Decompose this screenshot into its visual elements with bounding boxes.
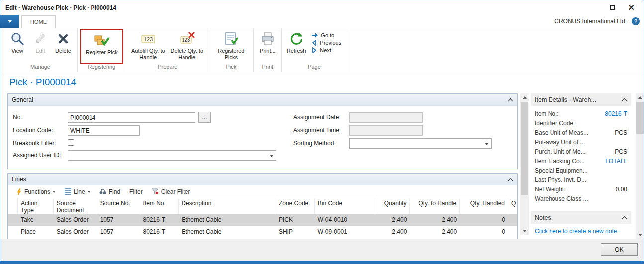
assist-edit-button[interactable]: ... (198, 112, 211, 123)
ribbon: View Edit Delete Manage (0, 28, 644, 72)
column-header-action-type[interactable]: Action Type (18, 198, 54, 214)
refresh-button[interactable]: Refresh (284, 29, 309, 64)
application-menu-button[interactable] (0, 15, 19, 28)
go-to-button[interactable]: Go to (309, 32, 343, 38)
column-header-description[interactable]: Description (179, 198, 276, 214)
create-note-link[interactable]: Click here to create a new note. (531, 224, 631, 235)
item-details-header[interactable]: Item Details - Wareh... (531, 93, 631, 106)
row-selector-cell[interactable] (8, 214, 18, 226)
find-button[interactable]: Find (95, 188, 125, 195)
cell-qty-to-handle[interactable]: 2,400 (410, 214, 460, 226)
cell-quantity[interactable]: 2,400 (375, 226, 410, 238)
pencil-icon (32, 31, 48, 47)
cell-description[interactable]: Ethernet Cable (179, 214, 276, 226)
column-header-quantity[interactable]: Quantity (375, 198, 410, 214)
go-to-arrow-icon (311, 32, 318, 38)
notes-header[interactable]: Notes (531, 211, 631, 224)
cell-qty-handled[interactable]: 0 (460, 226, 508, 238)
right-scrollbar[interactable] (636, 93, 644, 239)
factbox-field-row: Item Tracking Co... LOTALL (531, 156, 631, 166)
triangle-up-icon (638, 96, 642, 99)
lines-section-header[interactable]: Lines (8, 174, 517, 185)
help-icon[interactable]: ? (632, 17, 640, 25)
delete-qty-button[interactable]: 123 Delete Qty. to Handle (168, 29, 206, 64)
functions-menu-button[interactable]: Functions (12, 188, 60, 195)
registered-picks-button[interactable]: Registered Picks (212, 29, 251, 64)
scroll-thumb[interactable] (521, 102, 528, 195)
column-header-bin-code[interactable]: Bin Code (315, 198, 375, 214)
next-icon (311, 47, 317, 53)
item-tracking-link[interactable]: LOTALL (605, 158, 627, 165)
autofill-qty-button[interactable]: 123 Autofill Qty. to Handle (129, 29, 168, 64)
main-scrollbar[interactable] (520, 93, 529, 235)
item-no-link[interactable]: 80216-T (605, 110, 627, 117)
collapse-chevron-icon[interactable] (508, 98, 513, 102)
assigned-user-dropdown[interactable] (68, 150, 276, 161)
tab-home[interactable]: HOME (21, 15, 56, 28)
cell-zone-code[interactable]: SHIP (276, 226, 315, 238)
collapse-chevron-icon[interactable] (622, 98, 627, 101)
factbox-field-row: Last Phys. Invt. D... (531, 175, 631, 184)
row-selector-cell[interactable] (8, 226, 18, 238)
column-header-qty-handled[interactable]: Qty. Handled (460, 198, 508, 214)
register-pick-button[interactable]: Register Pick (83, 31, 120, 62)
clear-filter-button[interactable]: Clear Filter (147, 188, 195, 195)
collapse-chevron-icon[interactable] (508, 178, 513, 181)
cell-qty-handled[interactable]: 0 (460, 214, 508, 226)
column-header-qty-to-handle[interactable]: Qty. to Handle (410, 198, 460, 214)
delete-button[interactable]: Delete (52, 29, 75, 64)
print-button[interactable]: Print... (256, 29, 279, 64)
column-header-source-no[interactable]: Source No. (97, 198, 140, 214)
cell-bin-code[interactable]: W-04-0010 (315, 214, 375, 226)
scroll-up-button[interactable] (520, 93, 529, 101)
scroll-thumb[interactable] (636, 102, 644, 134)
triangle-up-icon (523, 96, 527, 99)
general-header-label: General (12, 96, 33, 103)
page-navigation-stack: Go to Previous Next (308, 29, 344, 64)
cell-source-document[interactable]: Sales Order (54, 214, 97, 226)
cell-zone-code[interactable]: PICK (276, 214, 315, 226)
column-header-zone-code[interactable]: Zone Code (276, 198, 315, 214)
view-button[interactable]: View (6, 29, 29, 64)
previous-button[interactable]: Previous (309, 40, 343, 46)
factbox-field-row: Put-away Unit of ... (531, 137, 631, 147)
general-section-header[interactable]: General (8, 94, 517, 106)
cell-action-type[interactable]: Place (18, 226, 54, 238)
purch-unit-value: PCS (615, 148, 627, 155)
factbox-field-row: Warehouse Class ... (531, 194, 631, 203)
close-icon[interactable]: ✕ (628, 4, 635, 12)
ribbon-group-label-page: Page (284, 64, 344, 72)
cell-item-no[interactable]: 80216-T (140, 214, 179, 226)
scroll-down-button[interactable] (520, 227, 529, 235)
chevron-down-icon (53, 191, 56, 193)
breakbulk-filter-checkbox[interactable] (68, 139, 74, 146)
item-no-label: Item No.: (535, 110, 559, 117)
cell-bin-code[interactable]: W-09-0001 (315, 226, 375, 238)
cell-item-no[interactable]: 80216-T (140, 226, 179, 238)
location-code-input[interactable] (68, 125, 140, 136)
column-header-item-no[interactable]: Item No. (140, 198, 179, 214)
cell-source-no[interactable]: 1057 (97, 214, 140, 226)
scroll-up-button[interactable] (636, 93, 644, 101)
table-row[interactable]: Take Sales Order 1057 80216-T Ethernet C… (8, 214, 517, 226)
cell-source-document[interactable]: Sales Order (54, 226, 97, 238)
next-button[interactable]: Next (309, 47, 343, 53)
no-input[interactable] (68, 112, 195, 123)
factbox-panel: Item Details - Wareh... Item No.: 80216-… (531, 93, 631, 239)
scroll-down-button[interactable] (636, 231, 644, 239)
line-menu-button[interactable]: Line (60, 188, 95, 195)
cell-quantity[interactable]: 2,400 (375, 214, 410, 226)
filter-button[interactable]: Filter (125, 188, 147, 195)
cell-description[interactable]: Ethernet Cable (179, 226, 276, 238)
cell-action-type[interactable]: Take (18, 214, 54, 226)
sorting-method-dropdown[interactable] (349, 138, 492, 149)
cell-qty-to-handle[interactable]: 2,400 (410, 226, 460, 238)
cell-source-no[interactable]: 1057 (97, 226, 140, 238)
maximize-icon[interactable] (610, 5, 615, 10)
column-header-source-document[interactable]: Source Document (54, 198, 97, 214)
collapse-chevron-icon[interactable] (622, 216, 627, 219)
ok-button[interactable]: OK (601, 243, 638, 256)
triangle-down-icon (638, 234, 642, 236)
table-row[interactable]: Place Sales Order 1057 80216-T Ethernet … (8, 226, 517, 238)
factbox-field-row: Net Weight: 0.00 (531, 184, 631, 194)
